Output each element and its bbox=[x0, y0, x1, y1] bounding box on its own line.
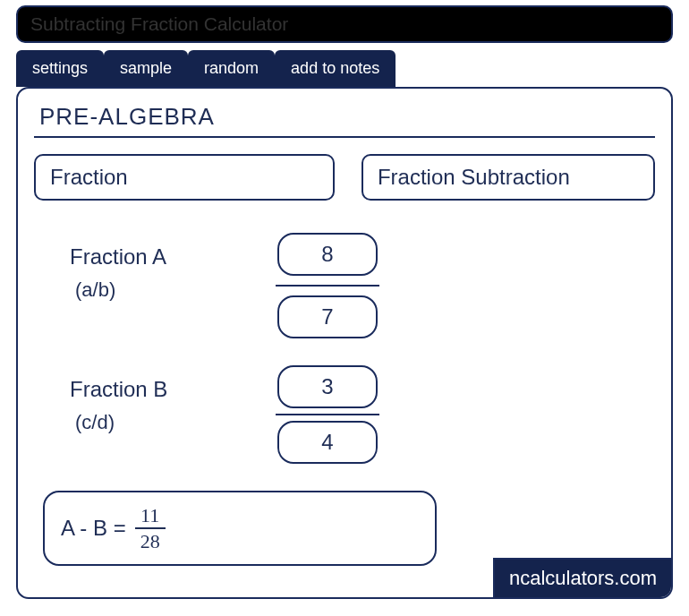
result-label: A - B = bbox=[61, 516, 126, 541]
pill-row: Fraction Fraction Subtraction bbox=[34, 154, 655, 201]
brand-badge[interactable]: ncalculators.com bbox=[493, 558, 671, 597]
fraction-a-denominator-input[interactable]: 7 bbox=[277, 295, 378, 338]
pill-fraction-subtraction[interactable]: Fraction Subtraction bbox=[362, 154, 655, 201]
result-numerator: 11 bbox=[140, 505, 159, 526]
tab-random[interactable]: random bbox=[188, 50, 275, 87]
fraction-a-row: Fraction A (a/b) 8 7 bbox=[70, 233, 655, 338]
fraction-a-inputs: 8 7 bbox=[276, 233, 379, 338]
title-bar: Subtracting Fraction Calculator bbox=[16, 5, 673, 43]
pill-fraction[interactable]: Fraction bbox=[34, 154, 335, 201]
fraction-b-divider bbox=[276, 414, 379, 415]
fraction-a-numerator-input[interactable]: 8 bbox=[277, 233, 378, 276]
tab-settings[interactable]: settings bbox=[16, 50, 104, 87]
result-fraction-line bbox=[135, 527, 166, 529]
fraction-b-numerator-input[interactable]: 3 bbox=[277, 365, 378, 408]
fraction-b-row: Fraction B (c/d) 3 4 bbox=[70, 365, 655, 464]
title-text: Subtracting Fraction Calculator bbox=[30, 13, 288, 35]
fraction-b-denominator-input[interactable]: 4 bbox=[277, 421, 378, 464]
fraction-b-sublabel: (c/d) bbox=[75, 406, 195, 438]
result-denominator: 28 bbox=[140, 531, 160, 552]
fraction-b-name: Fraction B bbox=[70, 377, 167, 401]
calculator-panel: PRE-ALGEBRA Fraction Fraction Subtractio… bbox=[16, 87, 673, 599]
fraction-b-label: Fraction B (c/d) bbox=[70, 365, 195, 439]
fraction-a-sublabel: (a/b) bbox=[75, 274, 195, 305]
fraction-a-name: Fraction A bbox=[70, 244, 166, 269]
result-fraction: 11 28 bbox=[135, 505, 166, 552]
tabs: settings sample random add to notes bbox=[16, 50, 689, 87]
fraction-b-inputs: 3 4 bbox=[276, 365, 379, 464]
result-box: A - B = 11 28 bbox=[43, 491, 437, 566]
tab-sample[interactable]: sample bbox=[104, 50, 188, 87]
fraction-a-divider bbox=[276, 285, 379, 287]
tab-add-to-notes[interactable]: add to notes bbox=[275, 50, 396, 87]
section-title: PRE-ALGEBRA bbox=[34, 103, 655, 138]
fraction-a-label: Fraction A (a/b) bbox=[70, 233, 195, 306]
